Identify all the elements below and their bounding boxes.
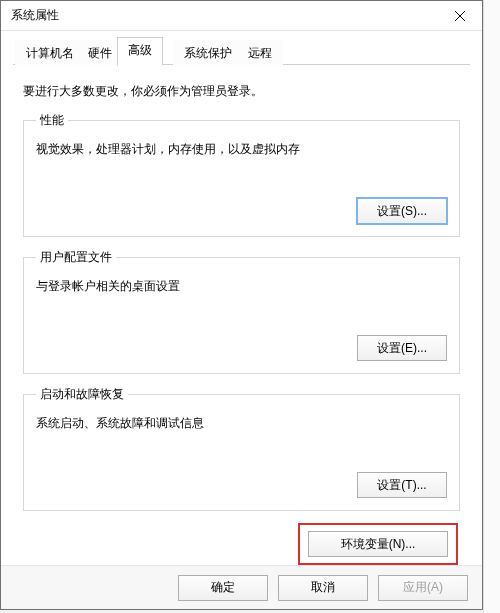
startup-recovery-settings-button[interactable]: 设置(T)... [357,472,447,498]
apply-button[interactable]: 应用(A) [378,575,468,601]
group-user-profile-desc: 与登录帐户相关的桌面设置 [36,278,447,295]
background-strip [483,0,500,613]
performance-settings-button[interactable]: 设置(S)... [357,198,447,224]
system-properties-dialog: 系统属性 计算机名 硬件 高级 系统保护 远程 要进行大多数更改，你必须作为管理… [0,0,483,610]
group-user-profile-legend: 用户配置文件 [36,249,116,266]
group-user-profile: 用户配置文件 与登录帐户相关的桌面设置 设置(E)... [23,249,460,374]
group-performance-desc: 视觉效果，处理器计划，内存使用，以及虚拟内存 [36,141,447,158]
dialog-footer: 确定 取消 应用(A) [1,565,482,609]
env-highlight-box: 环境变量(N)... [298,523,458,565]
tab-remote[interactable]: 远程 [237,40,283,65]
close-icon [455,11,465,21]
environment-variables-button[interactable]: 环境变量(N)... [308,531,448,557]
user-profile-settings-button[interactable]: 设置(E)... [357,335,447,361]
close-button[interactable] [437,1,482,31]
group-startup-recovery-desc: 系统启动、系统故障和调试信息 [36,415,447,432]
tab-strip: 计算机名 硬件 高级 系统保护 远程 [13,37,470,65]
tab-page-advanced: 要进行大多数更改，你必须作为管理员登录。 性能 视觉效果，处理器计划，内存使用，… [13,65,470,575]
group-startup-recovery-legend: 启动和故障恢复 [36,386,128,403]
tab-advanced[interactable]: 高级 [117,37,163,66]
admin-required-text: 要进行大多数更改，你必须作为管理员登录。 [23,83,460,100]
group-startup-recovery: 启动和故障恢复 系统启动、系统故障和调试信息 设置(T)... [23,386,460,511]
tab-computer-name[interactable]: 计算机名 [15,40,85,65]
group-performance: 性能 视觉效果，处理器计划，内存使用，以及虚拟内存 设置(S)... [23,112,460,237]
group-performance-legend: 性能 [36,112,68,129]
env-row: 环境变量(N)... [23,523,460,565]
cancel-button[interactable]: 取消 [278,575,368,601]
tab-system-protection[interactable]: 系统保护 [173,40,243,65]
ok-button[interactable]: 确定 [178,575,268,601]
window-title: 系统属性 [11,7,59,24]
titlebar: 系统属性 [1,1,482,31]
